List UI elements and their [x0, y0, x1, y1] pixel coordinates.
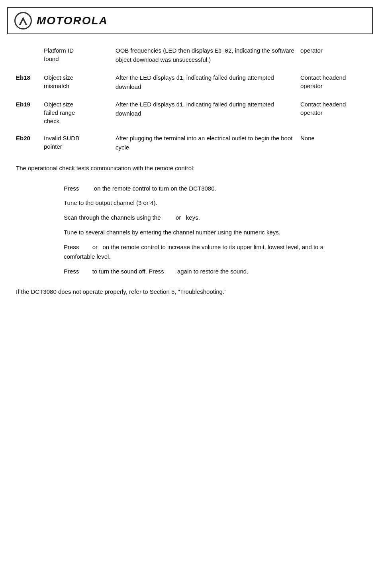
- footer-text: If the DCT3080 does not operate properly…: [16, 287, 364, 296]
- error-desc-eb19: Object sizefailed rangecheck: [44, 100, 116, 125]
- error-code-eb18: Eb18: [16, 73, 44, 81]
- operational-intro: The operational check tests communicatio…: [16, 164, 364, 173]
- motorola-m-icon: [18, 15, 29, 26]
- instruction-press-remote: Press on the remote control to turn on t…: [64, 184, 348, 193]
- error-code-eb19: Eb19: [16, 100, 44, 108]
- instruction-press-mute: Press to turn the sound off. Press again…: [64, 267, 348, 276]
- instruction-tune-numeric: Tune to several channels by entering the…: [64, 228, 348, 237]
- instruction-press-volume: Press or on the remote control to increa…: [64, 242, 348, 261]
- error-action-eb20: None: [300, 134, 364, 142]
- instructions-block: Press on the remote control to turn on t…: [16, 184, 364, 276]
- mono-d1-eb18: d1: [176, 75, 183, 81]
- operational-section: The operational check tests communicatio…: [16, 164, 364, 276]
- error-action-eb19: Contact headend operator: [300, 100, 364, 117]
- error-row-eb20: Eb20 Invalid SUDBpointer After plugging …: [16, 134, 364, 152]
- error-code-platform: [16, 46, 44, 47]
- error-desc-eb18: Object sizemismatch: [44, 73, 116, 90]
- instruction-tune-output: Tune to the output channel (3 or 4).: [64, 199, 348, 208]
- error-code-eb20: Eb20: [16, 134, 44, 142]
- error-row-platform: Platform IDfound OOB frequencies (LED th…: [16, 46, 364, 65]
- error-row-eb19: Eb19 Object sizefailed rangecheck After …: [16, 100, 364, 125]
- error-action-platform: operator: [300, 46, 364, 55]
- svg-marker-0: [19, 17, 27, 25]
- error-action-eb18: Contact headend operator: [300, 73, 364, 90]
- error-desc-platform: Platform IDfound: [44, 46, 116, 63]
- error-condition-eb20: After plugging the terminal into an elec…: [116, 134, 300, 152]
- brand-name: MOTOROLA: [37, 14, 108, 27]
- error-desc-eb20: Invalid SUDBpointer: [44, 134, 116, 151]
- instruction-scan-channels: Scan through the channels using the or k…: [64, 213, 348, 222]
- main-content: Platform IDfound OOB frequencies (LED th…: [0, 34, 380, 308]
- page-header: MOTOROLA: [7, 7, 373, 34]
- mono-eb02: Eb 02: [215, 48, 231, 54]
- mono-d1-eb19: d1: [176, 102, 183, 108]
- error-condition-platform: OOB frequencies (LED then displays Eb 02…: [116, 46, 300, 65]
- error-condition-eb19: After the LED displays d1, indicating fa…: [116, 100, 300, 118]
- error-row-eb18: Eb18 Object sizemismatch After the LED d…: [16, 73, 364, 92]
- error-condition-eb18: After the LED displays d1, indicating fa…: [116, 73, 300, 92]
- error-table: Platform IDfound OOB frequencies (LED th…: [16, 46, 364, 152]
- motorola-logo-circle: [14, 12, 32, 29]
